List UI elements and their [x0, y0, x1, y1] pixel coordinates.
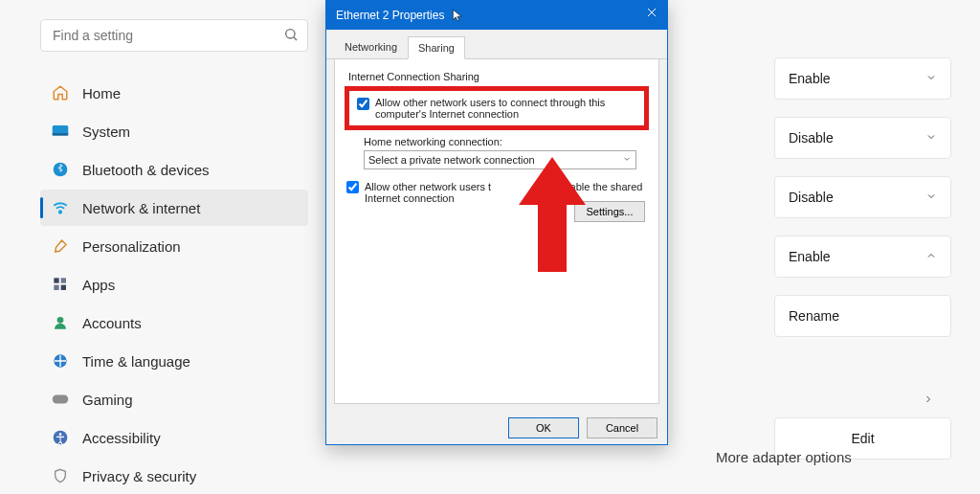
sidebar-item-label: Accessibility [82, 430, 161, 446]
svg-point-0 [286, 30, 295, 38]
action-card-enable[interactable]: Enable [774, 236, 951, 278]
svg-point-10 [57, 317, 64, 324]
svg-rect-6 [54, 278, 58, 282]
home-icon [52, 84, 69, 101]
cancel-button[interactable]: Cancel [587, 417, 657, 438]
sidebar-item-accessibility[interactable]: Accessibility [40, 419, 308, 456]
tab-sharing[interactable]: Sharing [408, 36, 465, 59]
search-input[interactable] [40, 19, 308, 52]
dialog-tabs: Networking Sharing [326, 30, 667, 59]
sidebar-item-label: System [82, 124, 130, 140]
sidebar-item-label: Gaming [82, 392, 133, 408]
search-field [40, 19, 308, 52]
chevron-down-icon [622, 154, 632, 166]
more-adapter-options-label: More adapter options [716, 449, 852, 465]
highlight-box: Allow other network users to connect thr… [345, 86, 649, 130]
accessibility-icon [52, 429, 69, 446]
globe-icon [52, 352, 69, 370]
apps-icon [52, 276, 69, 293]
dialog-titlebar[interactable]: Ethernet 2 Properties [326, 1, 667, 30]
sidebar-item-system[interactable]: System [40, 113, 308, 149]
sidebar-item-network[interactable]: Network & internet [40, 190, 308, 226]
home-networking-label: Home networking connection: [364, 136, 647, 147]
search-icon [283, 27, 299, 45]
sidebar-item-label: Time & language [82, 353, 190, 370]
sidebar-item-bluetooth[interactable]: Bluetooth & devices [40, 151, 308, 188]
brush-icon [52, 237, 69, 255]
properties-dialog: Ethernet 2 Properties Networking Sharing… [325, 0, 668, 445]
chevron-up-icon [925, 249, 937, 264]
chevron-down-icon [925, 130, 937, 146]
allow-connect-checkbox-row[interactable]: Allow other network users to connect thr… [357, 97, 636, 120]
allow-connect-checkbox[interactable] [357, 98, 369, 110]
sidebar-item-label: Privacy & security [82, 468, 196, 484]
group-title: Internet Connection Sharing [348, 71, 647, 82]
sidebar-item-label: Apps [82, 277, 115, 293]
sidebar-item-label: Accounts [82, 315, 142, 331]
dialog-title: Ethernet 2 Properties [336, 9, 444, 22]
dialog-buttons: OK Cancel [326, 412, 667, 444]
sidebar-item-apps[interactable]: Apps [40, 266, 308, 303]
sidebar-item-time[interactable]: Time & language [40, 343, 308, 379]
cursor-icon [451, 7, 464, 27]
sidebar-item-label: Network & internet [82, 200, 200, 216]
sidebar-nav: Home System Bluetooth & devices Network … [40, 75, 308, 494]
svg-point-5 [59, 211, 61, 213]
svg-rect-3 [53, 133, 69, 135]
allow-control-checkbox[interactable] [346, 181, 359, 193]
sidebar-item-privacy[interactable]: Privacy & security [40, 458, 308, 494]
svg-point-14 [59, 433, 62, 436]
shield-icon [52, 467, 69, 484]
svg-rect-7 [61, 278, 66, 282]
sidebar-item-gaming[interactable]: Gaming [40, 381, 308, 417]
close-icon[interactable] [646, 7, 657, 21]
action-card-disable[interactable]: Disable [774, 117, 951, 159]
chevron-right-icon[interactable] [923, 393, 934, 408]
sidebar-item-label: Personalization [82, 238, 181, 255]
action-card-disable[interactable]: Disable [774, 176, 951, 218]
chevron-down-icon [925, 71, 937, 86]
svg-rect-9 [61, 285, 66, 290]
bluetooth-icon [52, 161, 69, 178]
sidebar-item-label: Home [82, 85, 121, 101]
wifi-icon [52, 199, 69, 216]
sidebar-item-label: Bluetooth & devices [82, 162, 210, 178]
action-card-rename[interactable]: Rename [774, 295, 951, 337]
action-card-enable[interactable]: Enable [774, 57, 951, 100]
dialog-body: Internet Connection Sharing Allow other … [334, 59, 659, 404]
gamepad-icon [52, 391, 69, 408]
chevron-down-icon [925, 190, 937, 205]
tab-networking[interactable]: Networking [334, 35, 408, 58]
ok-button[interactable]: OK [508, 417, 579, 438]
dropdown-value: Select a private network connection [368, 154, 535, 166]
person-icon [52, 314, 69, 331]
sidebar-item-home[interactable]: Home [40, 75, 308, 111]
home-networking-dropdown[interactable]: Select a private network connection [364, 150, 636, 169]
sidebar-item-accounts[interactable]: Accounts [40, 304, 308, 341]
allow-connect-label: Allow other network users to connect thr… [375, 97, 636, 120]
sidebar-item-personalization[interactable]: Personalization [40, 228, 308, 264]
sharing-settings-button[interactable]: Settings... [574, 201, 645, 222]
svg-rect-12 [53, 395, 69, 404]
svg-line-1 [294, 37, 297, 40]
system-icon [52, 123, 69, 140]
svg-rect-8 [54, 285, 58, 290]
